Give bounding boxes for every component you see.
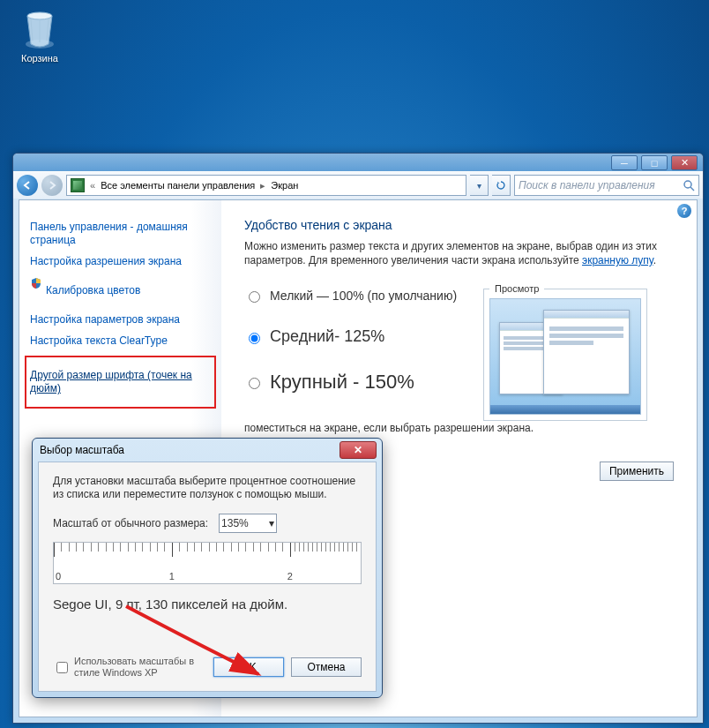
navbar: « Все элементы панели управления ▸ Экран…	[13, 171, 703, 199]
xp-style-checkbox[interactable]: Использовать масштабы в стиле Windows XP	[53, 656, 198, 679]
breadcrumb-2[interactable]: Экран	[271, 180, 298, 191]
size-options: Мелкий — 100% (по умолчанию) Средний- 12…	[244, 289, 457, 421]
sidenav-custom-dpi[interactable]: Другой размер шрифта (точек на дюйм)	[30, 369, 211, 395]
dialog-instruction: Для установки масштаба выберите процентн…	[53, 475, 362, 501]
address-dropdown-button[interactable]: ▾	[470, 175, 489, 196]
nav-back-button[interactable]	[17, 175, 38, 196]
shield-icon	[30, 277, 42, 289]
svg-line-3	[690, 187, 694, 191]
sidenav-display-settings[interactable]: Настройка параметров экрана	[30, 313, 211, 326]
chevron-down-icon: ▾	[269, 517, 274, 529]
page-heading: Удобство чтения с экрана	[244, 218, 674, 232]
font-sample: Segoe UI, 9 пт, 130 пикселей на дюйм.	[53, 597, 362, 612]
breadcrumb-1[interactable]: Все элементы панели управления	[101, 180, 255, 191]
nav-forward-button[interactable]	[41, 175, 63, 196]
refresh-button[interactable]	[492, 175, 511, 196]
scale-label: Масштаб от обычного размера:	[53, 517, 208, 529]
radio-small[interactable]	[249, 291, 260, 303]
maximize-button[interactable]: □	[641, 155, 668, 170]
preview-image	[489, 298, 641, 415]
radio-medium[interactable]	[249, 333, 260, 344]
sidenav-calibration[interactable]: Калибровка цветов	[46, 284, 140, 297]
desktop: Корзина ─ □ ✕ « Все элементы панели упра…	[0, 0, 709, 728]
dialog-titlebar[interactable]: Выбор масштаба ✕	[33, 439, 382, 462]
scale-select[interactable]: 135% ▾	[219, 514, 277, 533]
breadcrumb-sep: «	[90, 180, 95, 191]
opt-small[interactable]: Мелкий — 100% (по умолчанию)	[244, 289, 457, 303]
radio-large[interactable]	[249, 378, 260, 389]
resolution-note: поместиться на экране, если выбрать разр…	[244, 421, 674, 435]
dialog-close-button[interactable]: ✕	[340, 441, 377, 459]
minimize-button[interactable]: ─	[611, 155, 638, 170]
sidenav-home[interactable]: Панель управления - домашняя страница	[30, 221, 211, 247]
svg-point-2	[684, 181, 691, 188]
highlight-annotation: Другой размер шрифта (точек на дюйм)	[25, 356, 216, 409]
dialog-title: Выбор масштаба	[40, 444, 124, 456]
sidenav-cleartype[interactable]: Настройка текста ClearType	[30, 334, 211, 348]
opt-large[interactable]: Крупный - 150%	[244, 371, 457, 394]
preview-label: Просмотр	[489, 283, 544, 294]
titlebar[interactable]: ─ □ ✕	[13, 154, 703, 171]
xp-checkbox[interactable]	[56, 662, 68, 673]
ok-button[interactable]: OK	[213, 657, 284, 677]
address-bar[interactable]: « Все элементы панели управления ▸ Экран	[66, 175, 466, 196]
apply-button[interactable]: Применить	[600, 462, 674, 481]
search-icon	[683, 179, 695, 191]
close-button[interactable]: ✕	[671, 155, 698, 170]
svg-point-1	[27, 12, 52, 19]
recycle-bin-icon[interactable]: Корзина	[12, 7, 67, 64]
control-panel-icon	[71, 178, 85, 192]
sidenav-resolution[interactable]: Настройка разрешения экрана	[30, 255, 211, 268]
preview-box: Просмотр	[483, 289, 647, 421]
search-placeholder: Поиск в панели управления	[519, 179, 655, 191]
scale-value: 135%	[221, 517, 249, 529]
opt-medium[interactable]: Средний- 125%	[244, 327, 457, 346]
ruler[interactable]: 0 1 2	[53, 542, 362, 584]
page-description: Можно изменить размер текста и других эл…	[244, 239, 674, 267]
recycle-bin-label: Корзина	[12, 53, 67, 64]
dpi-dialog: Выбор масштаба ✕ Для установки масштаба …	[32, 438, 383, 698]
magnifier-link[interactable]: экранную лупу	[582, 254, 653, 266]
search-input[interactable]: Поиск в панели управления	[514, 175, 699, 196]
cancel-button[interactable]: Отмена	[291, 657, 362, 677]
